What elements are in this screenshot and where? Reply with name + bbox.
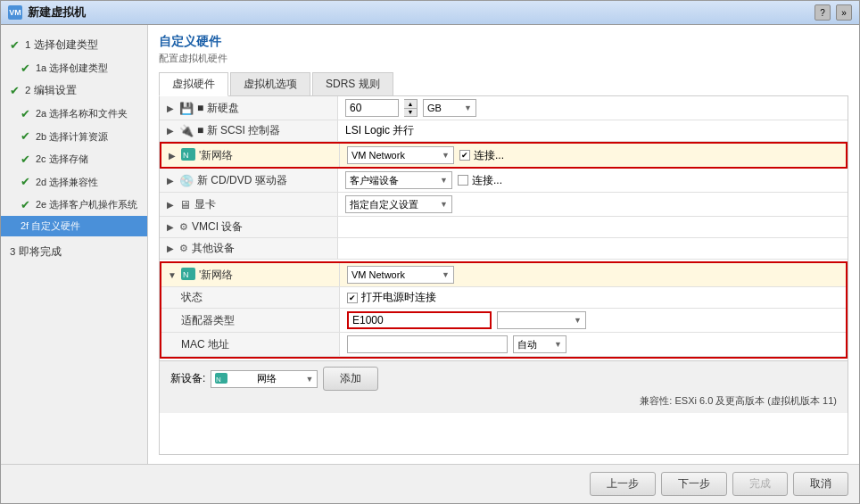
adapter-type-input[interactable] <box>347 311 492 329</box>
sidebar-item-2e[interactable]: ✔ 2e 选择客户机操作系统 <box>1 194 147 217</box>
hdd-size-input[interactable]: 60 <box>345 99 399 117</box>
new-device-select[interactable]: N 网络 ▼ <box>211 370 318 388</box>
check-2d: ✔ <box>21 173 30 191</box>
expand-scsi-icon[interactable]: ▶ <box>165 126 176 136</box>
network1-checkbox-row: ✔ 连接... <box>459 148 504 163</box>
status-label: 状态 <box>161 287 340 308</box>
hardware-scroll-area[interactable]: ▶ 💾 ■ 新硬盘 60 ▲ ▼ <box>160 96 848 360</box>
network1-checkbox-label: 连接... <box>474 148 504 163</box>
sidebar-item-2a[interactable]: ✔ 2a 选择名称和文件夹 <box>1 103 147 126</box>
hw-left-network-1: ▶ N '新网络 <box>161 144 340 167</box>
cddvd-checkbox-label: 连接... <box>472 173 502 188</box>
hw-right-network-1: VM Network ▼ ✔ 连接... <box>340 144 846 167</box>
tab-sdrs-rules[interactable]: SDRS 规则 <box>312 72 393 95</box>
sidebar-item-2f[interactable]: 2f 自定义硬件 <box>1 216 147 236</box>
hw-right-network-2: VM Network ▼ <box>340 263 846 286</box>
subrow-adapter: 适配器类型 ▼ <box>161 309 846 333</box>
sidebar-item-2c[interactable]: ✔ 2c 选择存储 <box>1 148 147 171</box>
hw-row-display: ▶ 🖥 显卡 指定自定义设置 ▼ <box>160 193 848 217</box>
sidebar-item-2b[interactable]: ✔ 2b 选择计算资源 <box>1 125 147 148</box>
network1-checkbox[interactable]: ✔ <box>459 150 470 161</box>
adapter-value: ▼ <box>340 309 846 332</box>
expand-display-icon[interactable]: ▶ <box>165 200 176 210</box>
expand-network2-icon[interactable]: ▼ <box>167 270 178 280</box>
display-select[interactable]: 指定自定义设置 ▼ <box>345 195 452 213</box>
cddvd-select[interactable]: 客户端设备 ▼ <box>345 171 452 189</box>
sidebar-item-step1[interactable]: ✔ 1 选择创建类型 <box>1 34 147 57</box>
other-label: 其他设备 <box>192 241 235 256</box>
hw-right-display: 指定自定义设置 ▼ <box>338 193 848 216</box>
mac-auto-arrow: ▼ <box>554 340 562 349</box>
mac-input[interactable] <box>347 335 508 353</box>
tab-virtual-hardware[interactable]: 虚拟硬件 <box>159 72 228 96</box>
footer-buttons: 上一步 下一步 完成 取消 <box>1 464 859 503</box>
prev-button[interactable]: 上一步 <box>590 472 656 496</box>
svg-text:N: N <box>183 151 189 160</box>
page-subtitle: 配置虚拟机硬件 <box>159 52 848 65</box>
hdd-size-spinners: ▲ ▼ <box>404 99 418 117</box>
network1-select[interactable]: VM Network ▼ <box>347 146 454 164</box>
main-window: VM 新建虚拟机 ? » ✔ 1 选择创建类型 ✔ 1a 选择创建类型 ✔ 2 … <box>0 0 860 504</box>
network-expanded-container: ▼ N '新网络 VM Network ▼ <box>160 261 848 359</box>
tabs-container: 虚拟硬件 虚拟机选项 SDRS 规则 <box>159 72 848 96</box>
tab-vm-options[interactable]: 虚拟机选项 <box>230 72 310 95</box>
hw-right-scsi: LSI Logic 并行 <box>338 120 848 141</box>
expand-hdd-icon[interactable]: ▶ <box>165 103 176 113</box>
hardware-panel: ▶ 💾 ■ 新硬盘 60 ▲ ▼ <box>159 96 848 455</box>
sidebar-item-1a[interactable]: ✔ 1a 选择创建类型 <box>1 57 147 80</box>
status-checkbox[interactable]: ✔ <box>347 293 358 303</box>
cancel-button[interactable]: 取消 <box>793 472 848 496</box>
network2-icon: N <box>181 268 195 283</box>
sidebar-item-2d[interactable]: ✔ 2d 选择兼容性 <box>1 170 147 194</box>
subrow-mac: MAC 地址 自动 ▼ <box>161 333 846 357</box>
title-bar-controls: ? » <box>815 4 852 21</box>
add-device-button[interactable]: 添加 <box>323 367 378 391</box>
scsi-label: ■ 新 SCSI 控制器 <box>197 123 280 138</box>
sidebar-label-2c: 2c 选择存储 <box>36 152 88 167</box>
mac-auto-select[interactable]: 自动 ▼ <box>513 335 566 353</box>
expand-network1-icon[interactable]: ▶ <box>167 151 178 161</box>
help-button[interactable]: ? <box>815 4 831 21</box>
hw-left-other: ▶ ⚙ 其他设备 <box>160 238 338 259</box>
app-icon: VM <box>8 5 22 20</box>
next-button[interactable]: 下一步 <box>661 472 727 496</box>
hardware-bottom-bar: 新设备: N 网络 ▼ 添加 兼容性: ESXi 6.0 及更高版本 (虚拟机版… <box>160 360 848 413</box>
sidebar-item-step2[interactable]: ✔ 2 编辑设置 <box>1 79 147 103</box>
cddvd-checkbox[interactable] <box>458 175 468 186</box>
status-checkbox-label: 打开电源时连接 <box>361 290 436 305</box>
check-step1: ✔ <box>10 37 20 54</box>
vmci-label: VMCI 设备 <box>192 219 243 235</box>
hdd-spin-down[interactable]: ▼ <box>404 109 417 117</box>
finish-button[interactable]: 完成 <box>732 472 788 496</box>
sidebar-item-step3[interactable]: 3 即将完成 <box>1 242 147 262</box>
content-area: 自定义硬件 配置虚拟机硬件 虚拟硬件 虚拟机选项 SDRS 规则 <box>148 25 859 464</box>
network2-select-arrow: ▼ <box>442 270 450 279</box>
hw-left-new-hdd: ▶ 💾 ■ 新硬盘 <box>160 96 338 120</box>
hw-row-network-2: ▼ N '新网络 VM Network ▼ <box>161 263 846 287</box>
scsi-icon: 🔌 <box>179 124 194 137</box>
expand-cddvd-icon[interactable]: ▶ <box>165 176 176 186</box>
network-device-icon: N <box>215 373 227 385</box>
sidebar-label-step1: 1 选择创建类型 <box>25 37 98 53</box>
hdd-label: ■ 新硬盘 <box>197 101 239 116</box>
window-title: 新建虚拟机 <box>28 4 86 21</box>
hdd-unit-select[interactable]: GB ▼ <box>423 99 476 117</box>
expand-vmci-icon[interactable]: ▶ <box>165 222 176 232</box>
cddvd-select-arrow: ▼ <box>440 176 448 185</box>
network1-icon: N <box>181 148 195 163</box>
adapter-type-select[interactable]: ▼ <box>497 311 586 329</box>
hw-row-network-1: ▶ N '新网络 VM Network ▼ <box>160 142 848 169</box>
page-title: 自定义硬件 <box>159 34 848 50</box>
subrow-status: 状态 ✔ 打开电源时连接 <box>161 287 846 309</box>
expand-other-icon[interactable]: ▶ <box>165 244 176 253</box>
sidebar-label-step2: 2 编辑设置 <box>25 83 77 98</box>
hdd-spin-up[interactable]: ▲ <box>404 100 417 109</box>
hw-row-scsi: ▶ 🔌 ■ 新 SCSI 控制器 LSI Logic 并行 <box>160 120 848 142</box>
hw-left-network-2: ▼ N '新网络 <box>161 263 340 286</box>
cddvd-icon: 💿 <box>179 174 194 187</box>
expand-button[interactable]: » <box>836 4 852 21</box>
title-bar: VM 新建虚拟机 ? » <box>1 1 859 25</box>
check-2a: ✔ <box>21 105 30 123</box>
hw-right-other <box>338 238 848 259</box>
network2-select[interactable]: VM Network ▼ <box>347 266 454 284</box>
